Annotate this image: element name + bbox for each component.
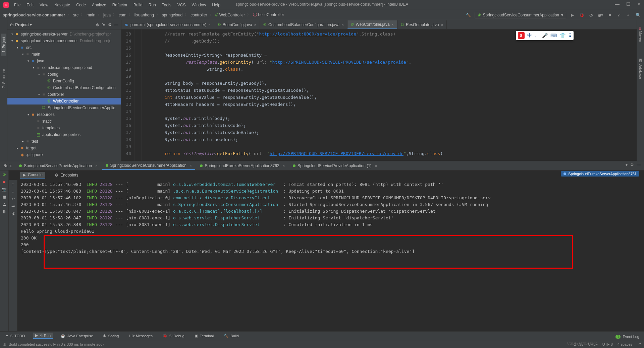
chevron-down-icon[interactable]: ▾ <box>30 22 32 27</box>
trash-icon[interactable]: 🗑 <box>2 209 6 214</box>
bottom-tab-0[interactable]: ≔6: TODO <box>3 333 27 339</box>
bottom-tab-5[interactable]: 🐞5: Debug <box>161 333 186 339</box>
close-icon[interactable]: × <box>254 23 256 27</box>
menu-refactor[interactable]: Refactor <box>110 1 130 9</box>
rail-structure[interactable]: 7: Structure <box>1 66 6 91</box>
build-hammer-icon[interactable]: 🔨 <box>465 12 472 18</box>
file-encoding[interactable]: UTF-8 <box>602 342 613 346</box>
minimize-button[interactable]: — <box>615 1 620 7</box>
expand-all-icon[interactable]: ⇲ <box>102 22 105 27</box>
tree-node-8[interactable]: ©CustomLoadBalancerConfiguration <box>7 84 121 91</box>
ime-toolbar[interactable]: S 中 、 🎤 ⌨ 👕 ⠿ <box>516 31 574 40</box>
run-tab-1[interactable]: SpringcloudServiceConsummerApplication× <box>102 162 196 170</box>
gear-icon[interactable]: ⚙ <box>108 22 112 27</box>
breadcrumb-3[interactable]: java <box>103 13 111 17</box>
run-tab-0[interactable]: SpringcloudServiceProvideApplication× <box>16 162 101 170</box>
tree-node-16[interactable]: ▸■test <box>7 138 121 145</box>
breadcrumb-5[interactable]: lixuanhong <box>135 13 154 17</box>
menu-run[interactable]: Run <box>146 1 159 9</box>
close-icon[interactable]: × <box>208 23 210 27</box>
code-body[interactable]: //return restTemplate.getForEntity("http… <box>142 29 443 161</box>
close-icon[interactable]: × <box>375 164 377 168</box>
run-tab-2[interactable]: SpringcloudEurekaServerApplication8762× <box>197 162 288 170</box>
stop-icon[interactable]: ■ <box>3 180 5 185</box>
scroll-end-icon[interactable]: ⇥ <box>11 204 15 209</box>
menu-analyze[interactable]: Analyze <box>89 1 109 9</box>
run-subtab-console[interactable]: ▶Console <box>20 172 45 179</box>
rail-maven[interactable]: m Maven <box>638 23 643 45</box>
bottom-tab-7[interactable]: 🔨Build <box>222 333 240 339</box>
tree-node-17[interactable]: ▸■target <box>7 145 121 151</box>
close-button[interactable]: ✕ <box>637 1 641 7</box>
tool-windows-icon[interactable]: ◫ <box>3 342 6 346</box>
menu-file[interactable]: File <box>11 1 23 9</box>
code-editor[interactable]: 232425262728293031323334353637383940 //r… <box>121 29 644 161</box>
tree-node-15[interactable]: ▤application.properties <box>7 131 121 138</box>
editor-tab-3[interactable]: ©WebController.java× <box>347 20 397 29</box>
ime-grid-icon[interactable]: ⠿ <box>568 33 572 38</box>
down-arrow-icon[interactable]: ↓ <box>12 189 14 194</box>
close-icon[interactable]: × <box>441 23 443 27</box>
menu-view[interactable]: View <box>37 1 51 9</box>
run-config-selector[interactable]: ❀ SpringcloudServiceConsummerApplication… <box>475 12 566 18</box>
tree-node-7[interactable]: ©BeanConfig <box>7 78 121 84</box>
bottom-tab-3[interactable]: ❀Spring <box>101 333 121 339</box>
layout-icon[interactable]: ▦ <box>2 195 6 199</box>
close-icon[interactable]: × <box>190 163 192 167</box>
stop-icon[interactable]: ■ <box>606 12 613 18</box>
bottom-tab-6[interactable]: ▣Terminal <box>193 333 216 339</box>
ime-mic-icon[interactable]: 🎤 <box>542 33 548 38</box>
tree-node-4[interactable]: ▾■java <box>7 58 121 64</box>
breadcrumb-7[interactable]: controller <box>191 13 207 17</box>
console-output[interactable]: 2023-03-01 15:57:46.083 INFO 28128 --- [… <box>17 180 644 338</box>
menu-build[interactable]: Build <box>131 1 145 9</box>
git-branch[interactable]: ⎇ <box>637 342 641 346</box>
close-icon[interactable]: × <box>341 23 343 27</box>
tree-node-3[interactable]: ▾■main <box>7 51 121 58</box>
menu-code[interactable]: Code <box>73 1 89 9</box>
rail-database[interactable]: 🗄 Database <box>638 55 643 82</box>
ime-skin-icon[interactable]: 👕 <box>560 33 566 38</box>
close-icon[interactable]: × <box>95 164 97 168</box>
bottom-tab-2[interactable]: ☕Java Enterprise <box>59 333 95 339</box>
rail-project[interactable]: 1: Project <box>1 33 6 56</box>
close-icon[interactable]: × <box>392 22 394 26</box>
vcs-update-icon[interactable]: ↙ <box>616 12 623 18</box>
tree-node-18[interactable]: ◆.gitignore <box>7 151 121 158</box>
ime-keyboard-icon[interactable]: ⌨ <box>550 33 557 38</box>
hide-panel-icon[interactable]: — <box>637 162 641 167</box>
menu-navigate[interactable]: Navigate <box>52 1 73 9</box>
breadcrumb-9[interactable]: ⓜ helloController <box>253 12 284 18</box>
tree-node-6[interactable]: ▾■config <box>7 71 121 78</box>
locate-icon[interactable]: ⊕ <box>96 22 99 27</box>
tree-node-0[interactable]: ▾■springcloud-eureka-serverD:\xincheng-p… <box>7 31 121 38</box>
ime-lang[interactable]: 中 <box>527 32 532 39</box>
tree-node-12[interactable]: ▾■resources <box>7 111 121 118</box>
tree-node-1[interactable]: ▾■springcloud-service-consummerD:\xinche… <box>7 38 121 44</box>
up-arrow-icon[interactable]: ↑ <box>12 182 14 187</box>
search-icon[interactable]: 🔍 <box>635 12 641 18</box>
eureka-notification[interactable]: SpringcloudEurekaServerApplication8761 <box>561 171 639 177</box>
tree-node-2[interactable]: ▾■src <box>7 44 121 51</box>
breadcrumb-8[interactable]: © WebController <box>215 13 245 17</box>
menu-edit[interactable]: Edit <box>24 1 36 9</box>
tree-node-13[interactable]: ■static <box>7 118 121 125</box>
menu-vcs[interactable]: VCS <box>175 1 189 9</box>
editor-tab-1[interactable]: ©BeanConfig.java× <box>214 20 260 29</box>
breadcrumb-1[interactable]: src <box>73 13 78 17</box>
run-subtab-endpoints[interactable]: ⚙Endpoints <box>52 172 81 178</box>
indent-info[interactable]: 4 spaces <box>618 342 632 346</box>
tree-node-14[interactable]: ■templates <box>7 125 121 131</box>
menu-help[interactable]: Help <box>209 1 223 9</box>
coverage-icon[interactable]: ◔ <box>588 12 594 18</box>
editor-tab-2[interactable]: ©CustomLoadBalancerConfiguration.java× <box>260 20 347 29</box>
menu-window[interactable]: Window <box>189 1 209 9</box>
project-tree[interactable]: ▾■springcloud-eureka-serverD:\xincheng-p… <box>7 29 121 161</box>
profiler-icon[interactable]: ◕▾ <box>597 12 604 18</box>
bottom-tab-4[interactable]: i0: Messages <box>127 333 155 339</box>
print-icon[interactable]: 🖨 <box>11 211 15 216</box>
tree-node-10[interactable]: ©WebController <box>7 98 121 105</box>
breadcrumb-4[interactable]: com <box>119 13 126 17</box>
editor-tab-0[interactable]: mpom.xml (springcloud-service-consummer)… <box>121 20 214 29</box>
debug-bug-icon[interactable]: 🐞 <box>578 12 585 18</box>
